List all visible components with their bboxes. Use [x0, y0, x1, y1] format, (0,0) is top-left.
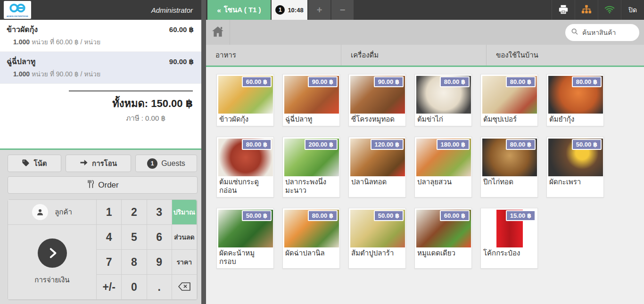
product-card[interactable]: 15.00 ฿ โค้กกระป๋อง	[480, 208, 538, 269]
catalog-panel: อาหาร เครื่องดื่ม ของใช้ในบ้าน 60.00 ฿ ข…	[206, 20, 644, 304]
product-card[interactable]: 200.00 ฿ ปลากระพงนึ่งมะนาว	[282, 137, 340, 197]
panel-divider	[201, 0, 206, 304]
sitemap-icon	[581, 4, 592, 16]
left-header: ADMIN ENTERPRISE Administrator	[0, 0, 201, 20]
order-time: 10:48	[288, 7, 303, 14]
product-name: ต้มแซ่บกระดูกอ่อน	[218, 176, 272, 196]
product-price-badge: 80.00 ฿	[242, 139, 272, 150]
add-order-tab-button[interactable]: +	[308, 0, 330, 20]
key-ราคา[interactable]: ราคา	[172, 250, 197, 275]
product-price-badge: 120.00 ฿	[371, 139, 404, 150]
key-1[interactable]: 1	[97, 200, 122, 225]
transfer-button[interactable]: การโอน	[66, 155, 131, 172]
cart-item-name: ฉู่ฉี่ปลาทู	[7, 56, 35, 67]
product-card[interactable]: 80.00 ฿ ปีกไก่ทอด	[480, 137, 538, 197]
product-card[interactable]: 180.00 ฿ ปลาลุยสวน	[414, 137, 472, 197]
tax-value: 0.00 ฿	[145, 114, 165, 122]
network-button[interactable]	[575, 0, 598, 20]
tab-zone-a[interactable]: « โซนA ( T1 )	[207, 0, 271, 20]
search-box	[565, 24, 639, 41]
product-card[interactable]: 60.00 ฿ หมูแดดเดียว	[414, 208, 472, 269]
product-name: ซี่โครงหมูทอด	[350, 114, 404, 124]
product-name: ปีกไก่ทอด	[482, 176, 536, 187]
key-8[interactable]: 8	[122, 250, 147, 275]
payment-label: การจ่ายเงิน	[34, 274, 69, 286]
order-button[interactable]: Order	[8, 176, 198, 194]
cart-item-list: ข้าวผัดกุ้ง 60.00 ฿ 1.000 หน่วย ที่ 60.0…	[0, 20, 201, 84]
product-card[interactable]: 80.00 ฿ ต้มยำกุ้ง	[546, 74, 604, 126]
backspace-icon	[178, 282, 190, 292]
product-name: ปลาลุยสวน	[416, 176, 470, 187]
key-.[interactable]: .	[147, 275, 172, 300]
zone-tab-label: โซนA ( T1 )	[224, 4, 261, 16]
cart-item-qty: 1.000	[13, 38, 32, 46]
product-card[interactable]: 60.00 ฿ ข้าวผัดกุ้ง	[216, 74, 274, 126]
product-price-badge: 50.00 ฿	[572, 139, 602, 150]
product-name: ส้มตำปูปลาร้า	[350, 247, 404, 258]
product-name: ผัดกะเพรา	[548, 176, 602, 187]
cart-item-unit-text: หน่วย ที่ 90.00 ฿ / หน่วย	[32, 70, 100, 78]
close-button[interactable]: ปิด	[621, 0, 644, 20]
product-name: ต้มซุปเปอร์	[482, 114, 536, 124]
note-button[interactable]: โน้ต	[8, 155, 61, 172]
key-5[interactable]: 5	[122, 225, 147, 250]
print-button[interactable]	[552, 0, 575, 20]
totals-section: ทั้งหมด: 150.00 ฿ ภาษี : 0.00 ฿	[0, 84, 201, 124]
top-icon-group: ปิด	[552, 0, 644, 20]
product-price-badge: 50.00 ฿	[374, 210, 404, 221]
product-name: หมูแดดเดียว	[416, 247, 470, 258]
guests-label: Guests	[161, 159, 185, 168]
catalog-toolbar	[206, 20, 644, 45]
product-name: ฉู่ฉี่ปลาทู	[284, 114, 338, 124]
category-tab-1[interactable]: เครื่องดื่ม	[341, 45, 487, 66]
product-card[interactable]: 80.00 ฿ ต้มข่าไก่	[414, 74, 472, 126]
cart-item-price: 60.00 ฿	[169, 25, 194, 34]
key-0[interactable]: 0	[122, 275, 147, 300]
cart-item[interactable]: ฉู่ฉี่ปลาทู 90.00 ฿ 1.000 หน่วย ที่ 90.0…	[0, 52, 201, 84]
pos-app: ADMIN ENTERPRISE Administrator « โซนA ( …	[0, 0, 644, 304]
product-card[interactable]: 80.00 ฿ ผัดฉ่าปลานิล	[282, 208, 340, 269]
product-card[interactable]: 90.00 ฿ ซี่โครงหมูทอด	[348, 74, 406, 126]
category-tab-2[interactable]: ของใช้ในบ้าน	[487, 45, 644, 66]
action-button-row: โน้ต การโอน 1 Guests	[8, 155, 197, 172]
top-bar: ADMIN ENTERPRISE Administrator « โซนA ( …	[0, 0, 644, 20]
home-icon	[212, 26, 224, 39]
wifi-button[interactable]	[598, 0, 621, 20]
customer-button[interactable]: ลูกค้า	[8, 200, 97, 225]
home-button[interactable]	[206, 20, 230, 45]
product-card[interactable]: 90.00 ฿ ฉู่ฉี่ปลาทู	[282, 74, 340, 126]
product-card[interactable]: 120.00 ฿ ปลานิลทอด	[348, 137, 406, 197]
key-4[interactable]: 4	[97, 225, 122, 250]
key-6[interactable]: 6	[147, 225, 172, 250]
category-tab-0[interactable]: อาหาร	[206, 45, 341, 66]
product-price-badge: 200.00 ฿	[305, 139, 338, 150]
key-+/-[interactable]: +/-	[97, 275, 122, 300]
product-name: ผัดฉ่าปลานิล	[284, 247, 338, 258]
key-2[interactable]: 2	[122, 200, 147, 225]
key-9[interactable]: 9	[147, 250, 172, 275]
payment-button[interactable]: การจ่ายเงิน	[8, 225, 97, 300]
arrow-right-icon	[80, 159, 88, 168]
key-ส่วนลด[interactable]: ส่วนลด	[172, 225, 197, 250]
key-3[interactable]: 3	[147, 200, 172, 225]
cart-item-detail: 1.000 หน่วย ที่ 60.00 ฿ / หน่วย	[7, 37, 194, 47]
user-name: Administrator	[151, 6, 193, 14]
remove-order-tab-button[interactable]: −	[331, 0, 354, 20]
product-price-badge: 180.00 ฿	[437, 139, 470, 150]
product-card[interactable]: 80.00 ฿ ต้มแซ่บกระดูกอ่อน	[216, 137, 274, 197]
guests-button[interactable]: 1 Guests	[135, 155, 197, 172]
backspace-key[interactable]	[172, 275, 197, 300]
cart-item-name: ข้าวผัดกุ้ง	[7, 24, 38, 35]
key-7[interactable]: 7	[97, 250, 122, 275]
product-card[interactable]: 50.00 ฿ ผัดคะน้าหมูกรอบ	[216, 208, 274, 269]
product-name: โค้กกระป๋อง	[482, 247, 536, 258]
product-price-badge: 80.00 ฿	[506, 139, 536, 150]
product-card[interactable]: 50.00 ฿ ส้มตำปูปลาร้า	[348, 208, 406, 269]
product-card[interactable]: 50.00 ฿ ผัดกะเพรา	[546, 137, 604, 197]
search-input[interactable]	[582, 29, 634, 36]
cart-item[interactable]: ข้าวผัดกุ้ง 60.00 ฿ 1.000 หน่วย ที่ 60.0…	[0, 20, 201, 52]
product-name: ปลากระพงนึ่งมะนาว	[284, 176, 338, 196]
key-ปริมาณ[interactable]: ปริมาณ	[172, 200, 197, 225]
tab-current-order[interactable]: 1 10:48	[272, 0, 307, 20]
product-card[interactable]: 80.00 ฿ ต้มซุปเปอร์	[480, 74, 538, 126]
